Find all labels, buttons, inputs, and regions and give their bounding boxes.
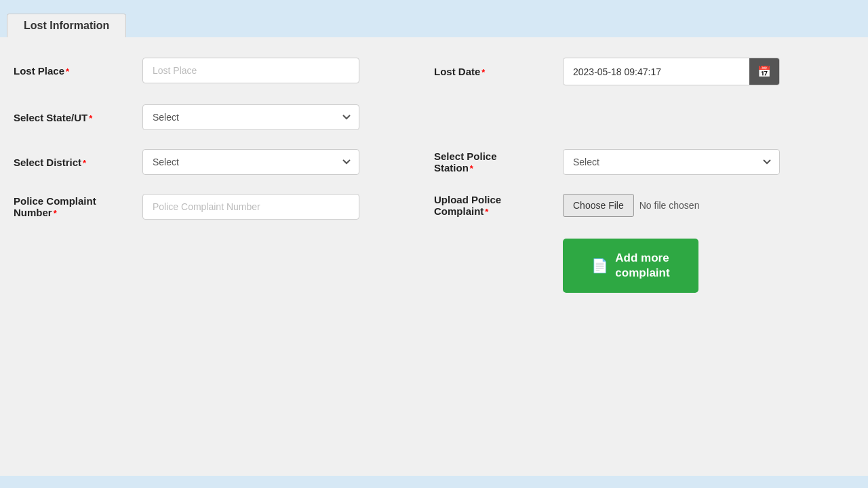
select-district-required-star: * bbox=[83, 158, 86, 168]
police-complaint-number-label: Police Complaint Number* bbox=[14, 195, 142, 218]
add-more-line2: complaint bbox=[615, 266, 669, 279]
police-station-label-line1: Select Police bbox=[434, 150, 556, 162]
form-container: Lost Place* Lost Date* 📅 S bbox=[0, 37, 868, 476]
police-complaint-number-group: Police Complaint Number* bbox=[14, 194, 434, 220]
upload-required-star: * bbox=[485, 207, 488, 217]
lost-place-label: Lost Place* bbox=[14, 65, 142, 77]
select-district-dropdown[interactable]: Select bbox=[142, 149, 359, 175]
bottom-bar bbox=[0, 476, 868, 488]
lost-date-group: Lost Date* 📅 bbox=[434, 58, 854, 85]
lost-date-input-wrapper: 📅 bbox=[563, 58, 780, 85]
page-wrapper: Lost Information Lost Place* Lost Date* … bbox=[0, 0, 868, 488]
add-more-btn-text: Add more complaint bbox=[615, 251, 669, 281]
lost-place-label-text: Lost Place bbox=[14, 65, 64, 77]
upload-section: Choose File No file chosen bbox=[563, 194, 699, 217]
choose-file-button[interactable]: Choose File bbox=[563, 194, 634, 217]
select-district-label: Select District* bbox=[14, 157, 142, 168]
select-police-station-label: Select Police Station* bbox=[434, 150, 563, 174]
add-more-complaint-button[interactable]: 📄 Add more complaint bbox=[563, 239, 698, 293]
police-complaint-label-line2: Number* bbox=[14, 207, 136, 218]
document-icon: 📄 bbox=[591, 257, 608, 274]
police-complaint-label-line1: Police Complaint bbox=[14, 195, 136, 207]
row-add-more: 📄 Add more complaint bbox=[14, 239, 854, 293]
select-state-label-text: Select State/UT bbox=[14, 112, 87, 123]
row-complaint: Police Complaint Number* Upload Police C… bbox=[14, 194, 854, 220]
add-more-line1: Add more bbox=[615, 251, 669, 264]
lost-date-label: Lost Date* bbox=[434, 66, 563, 77]
police-complaint-required-star: * bbox=[54, 208, 57, 218]
police-station-required-star: * bbox=[470, 163, 473, 174]
police-complaint-number-input[interactable] bbox=[142, 194, 359, 220]
row-lost-place-date: Lost Place* Lost Date* 📅 bbox=[14, 58, 854, 85]
lost-date-input[interactable] bbox=[564, 60, 749, 84]
select-state-required-star: * bbox=[89, 113, 92, 123]
select-police-station-group: Select Police Station* Select bbox=[434, 149, 854, 175]
lost-place-input[interactable] bbox=[142, 58, 359, 83]
upload-label-line1: Upload Police bbox=[434, 194, 556, 205]
lost-date-required-star: * bbox=[481, 67, 485, 77]
lost-information-tab[interactable]: Lost Information bbox=[7, 14, 126, 37]
add-more-group: 📄 Add more complaint bbox=[434, 239, 854, 293]
select-state-dropdown[interactable]: Select bbox=[142, 104, 359, 130]
select-police-station-dropdown[interactable]: Select bbox=[563, 149, 780, 175]
no-file-text: No file chosen bbox=[639, 200, 700, 211]
calendar-icon-button[interactable]: 📅 bbox=[749, 58, 779, 85]
lost-place-group: Lost Place* bbox=[14, 58, 434, 83]
upload-police-complaint-label: Upload Police Complaint* bbox=[434, 194, 563, 217]
police-station-label-line2: Station* bbox=[434, 162, 556, 174]
lost-place-required-star: * bbox=[66, 66, 69, 77]
select-district-label-text: Select District bbox=[14, 157, 81, 168]
lost-date-label-text: Lost Date bbox=[434, 66, 480, 77]
row-state: Select State/UT* Select bbox=[14, 104, 854, 130]
select-district-group: Select District* Select bbox=[14, 149, 434, 175]
select-state-label: Select State/UT* bbox=[14, 112, 142, 123]
upload-label-line2: Complaint* bbox=[434, 205, 556, 217]
tab-bar: Lost Information bbox=[0, 14, 868, 37]
select-state-group: Select State/UT* Select bbox=[14, 104, 434, 130]
upload-police-complaint-group: Upload Police Complaint* Choose File No … bbox=[434, 194, 854, 217]
calendar-icon: 📅 bbox=[757, 65, 771, 78]
row-district-police: Select District* Select Select Police St… bbox=[14, 149, 854, 175]
